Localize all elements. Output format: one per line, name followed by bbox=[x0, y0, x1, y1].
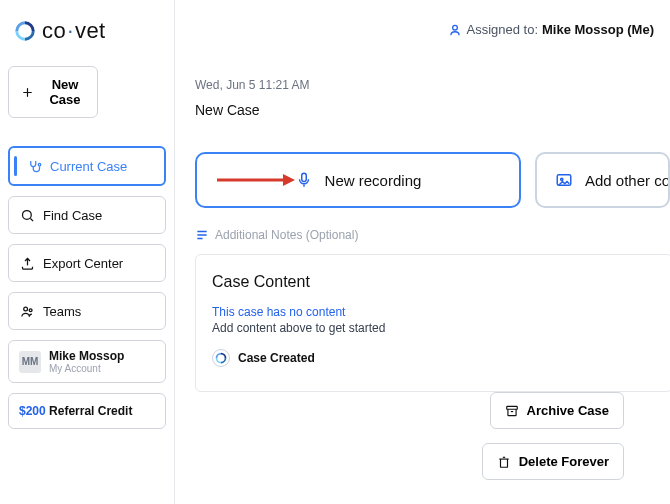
search-icon bbox=[19, 207, 35, 223]
notes-label: Additional Notes (Optional) bbox=[215, 228, 358, 242]
referral-credit-button[interactable]: $200 Referral Credit bbox=[8, 393, 166, 429]
main-content: Assigned to: Mike Mossop (Me) Wed, Jun 5… bbox=[175, 0, 670, 504]
referral-amount: $200 bbox=[19, 404, 46, 418]
svg-rect-10 bbox=[506, 406, 517, 409]
add-other-label: Add other content bbox=[585, 172, 670, 189]
new-recording-label: New recording bbox=[325, 172, 422, 189]
stethoscope-icon bbox=[26, 158, 42, 174]
trash-icon bbox=[497, 455, 511, 469]
sidebar-item-export-center[interactable]: Export Center bbox=[8, 244, 166, 282]
additional-notes-button[interactable]: Additional Notes (Optional) bbox=[195, 228, 670, 242]
new-case-button[interactable]: New Case bbox=[8, 66, 98, 118]
sidebar-item-label: Export Center bbox=[43, 256, 123, 271]
svg-point-0 bbox=[38, 163, 41, 166]
microphone-icon bbox=[295, 171, 313, 189]
sidebar-item-label: Teams bbox=[43, 304, 81, 319]
image-icon bbox=[555, 171, 573, 189]
user-name: Mike Mossop bbox=[49, 349, 124, 363]
new-case-label: New Case bbox=[43, 77, 87, 107]
assigned-value: Mike Mossop (Me) bbox=[542, 22, 654, 37]
delete-label: Delete Forever bbox=[519, 454, 609, 469]
logo-text: co·vet bbox=[42, 18, 106, 44]
archive-case-button[interactable]: Archive Case bbox=[490, 392, 624, 429]
sidebar-item-current-case[interactable]: Current Case bbox=[8, 146, 166, 186]
svg-point-9 bbox=[561, 178, 563, 180]
svg-point-3 bbox=[29, 308, 32, 311]
new-recording-button[interactable]: New recording bbox=[195, 152, 521, 208]
no-content-message: This case has no content bbox=[212, 305, 656, 319]
logo: co·vet bbox=[8, 12, 166, 56]
case-title: New Case bbox=[195, 102, 670, 118]
panel-title: Case Content bbox=[212, 273, 656, 291]
sidebar-user[interactable]: MM Mike Mossop My Account bbox=[8, 340, 166, 383]
sidebar-item-find-case[interactable]: Find Case bbox=[8, 196, 166, 234]
sidebar: co·vet New Case Current Case Find Case E… bbox=[0, 0, 175, 504]
svg-point-2 bbox=[23, 307, 27, 311]
assigned-label: Assigned to: bbox=[466, 22, 538, 37]
logo-icon bbox=[14, 20, 36, 42]
add-other-content-button[interactable]: Add other content bbox=[535, 152, 670, 208]
callout-arrow-icon bbox=[215, 172, 295, 188]
case-timestamp: Wed, Jun 5 11:21 AM bbox=[195, 78, 670, 92]
upload-icon bbox=[19, 255, 35, 271]
archive-label: Archive Case bbox=[527, 403, 609, 418]
logo-small-icon bbox=[212, 349, 230, 367]
assigned-to[interactable]: Assigned to: Mike Mossop (Me) bbox=[448, 22, 654, 37]
team-icon bbox=[19, 303, 35, 319]
archive-icon bbox=[505, 404, 519, 418]
person-icon bbox=[448, 23, 462, 37]
sidebar-item-label: Current Case bbox=[50, 159, 127, 174]
content-hint: Add content above to get started bbox=[212, 321, 656, 335]
referral-label: Referral Credit bbox=[49, 404, 132, 418]
plus-icon bbox=[19, 84, 35, 100]
case-created-row: Case Created bbox=[212, 349, 656, 367]
svg-point-4 bbox=[453, 25, 458, 30]
user-subtitle: My Account bbox=[49, 363, 124, 374]
sidebar-item-label: Find Case bbox=[43, 208, 102, 223]
svg-rect-7 bbox=[301, 173, 306, 181]
svg-point-1 bbox=[22, 210, 31, 219]
case-content-panel: Case Content This case has no content Ad… bbox=[195, 254, 670, 392]
delete-forever-button[interactable]: Delete Forever bbox=[482, 443, 624, 480]
notes-icon bbox=[195, 228, 209, 242]
case-created-label: Case Created bbox=[238, 351, 315, 365]
svg-marker-6 bbox=[283, 174, 295, 186]
sidebar-item-teams[interactable]: Teams bbox=[8, 292, 166, 330]
avatar: MM bbox=[19, 351, 41, 373]
